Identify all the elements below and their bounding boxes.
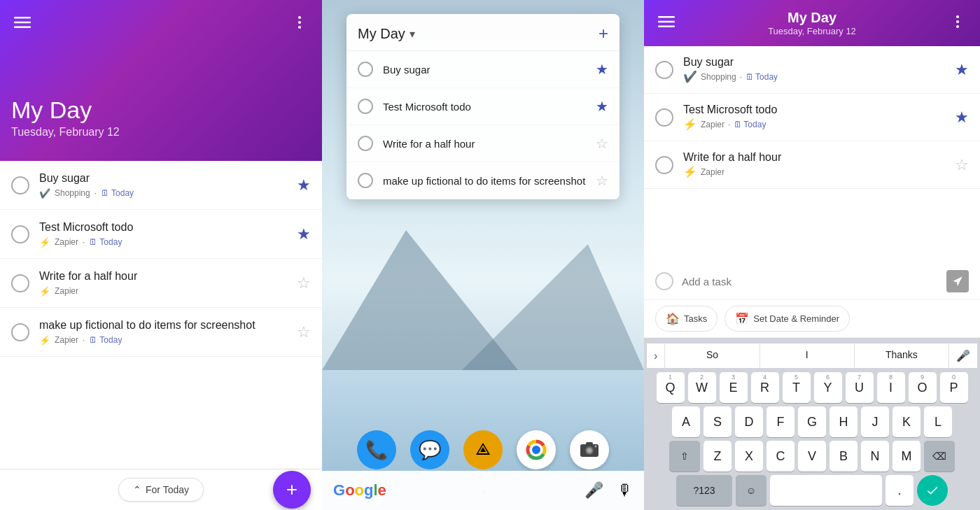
key-g[interactable]: G	[798, 406, 826, 437]
widget-task-name: Buy sugar	[383, 64, 596, 76]
tasks-button[interactable]: 🏠 Tasks	[655, 306, 718, 332]
google-logo-o1: o	[345, 481, 354, 499]
widget-star-button[interactable]: ☆	[596, 135, 608, 152]
key-x[interactable]: X	[735, 441, 763, 472]
key-z[interactable]: Z	[704, 441, 732, 472]
dock-camera-icon[interactable]	[570, 430, 609, 469]
right-hamburger-icon[interactable]	[655, 10, 678, 36]
key-w[interactable]: 2W	[688, 372, 716, 403]
right-panel: My Day Tuesday, February 12 Buy sugar ✔️…	[644, 0, 980, 510]
key-symbols[interactable]: ?123	[676, 475, 732, 506]
task-meta: ✔️ Shopping · 🗓Today	[39, 188, 291, 199]
key-l[interactable]: L	[924, 406, 952, 437]
dock-plex-icon[interactable]	[463, 430, 503, 469]
keyboard-bottom-row: ?123☺.	[647, 475, 977, 506]
key-q[interactable]: 1Q	[657, 372, 685, 403]
hamburger-icon[interactable]	[11, 11, 34, 37]
svg-rect-2	[14, 27, 31, 29]
key-c[interactable]: C	[766, 441, 794, 472]
key-r[interactable]: 4R	[751, 372, 779, 403]
widget-checkbox[interactable]	[358, 99, 373, 114]
set-date-reminder-button[interactable]: 📅 Set Date & Reminder	[724, 306, 850, 332]
key-period[interactable]: .	[886, 475, 913, 506]
key-j[interactable]: J	[861, 406, 889, 437]
right-task-checkbox[interactable]	[655, 108, 673, 127]
suggestion-i[interactable]: I	[760, 343, 855, 368]
right-task-star-button[interactable]: ☆	[955, 156, 969, 174]
add-task-input[interactable]	[682, 276, 938, 288]
more-vert-icon[interactable]	[288, 11, 311, 37]
task-checkbox[interactable]	[11, 274, 29, 292]
task-checkbox[interactable]	[11, 225, 29, 243]
key-space[interactable]	[770, 475, 882, 506]
right-task-item: Write for a half hour ⚡ Zapier ☆	[644, 141, 980, 189]
key-e[interactable]: 3E	[720, 372, 748, 403]
task-checkbox[interactable]	[11, 176, 29, 194]
suggestion-so[interactable]: So	[665, 343, 760, 368]
widget-title: My Day ▾	[358, 26, 415, 42]
right-task-meta: ⚡ Zapier · 🗓Today	[683, 118, 949, 131]
tasks-label: Tasks	[684, 313, 707, 324]
key-emoji[interactable]: ☺	[736, 475, 766, 506]
right-task-star-button[interactable]: ★	[955, 108, 969, 127]
widget-star-button[interactable]: ☆	[596, 172, 608, 189]
widget-checkbox[interactable]	[358, 173, 373, 188]
key-m[interactable]: M	[892, 441, 920, 472]
dock-chrome-icon[interactable]	[517, 430, 556, 469]
keyboard-row-2: ASDFGHJKL	[647, 406, 977, 437]
widget-task-item: Buy sugar ★	[346, 51, 620, 88]
key-y[interactable]: 6Y	[814, 372, 842, 403]
key-a[interactable]: A	[672, 406, 700, 437]
task-star-button[interactable]: ☆	[297, 323, 311, 341]
task-list-name: Zapier	[55, 335, 78, 345]
widget-star-button[interactable]: ★	[596, 61, 608, 78]
widget-dropdown-icon[interactable]: ▾	[410, 27, 415, 41]
google-assistant-icon[interactable]: 🎙	[617, 481, 633, 500]
key-t[interactable]: 5T	[783, 372, 811, 403]
dock-messages-icon[interactable]: 💬	[410, 430, 449, 469]
widget-star-button[interactable]: ★	[596, 98, 608, 115]
key-i[interactable]: 8I	[877, 372, 905, 403]
task-star-button[interactable]: ☆	[297, 274, 311, 292]
key-v[interactable]: V	[798, 441, 826, 472]
right-task-checkbox[interactable]	[655, 156, 673, 174]
key-o[interactable]: 9O	[909, 372, 937, 403]
right-task-star-button[interactable]: ★	[955, 61, 969, 79]
key-backspace[interactable]: ⌫	[924, 441, 955, 472]
right-task-content: Write for a half hour ⚡ Zapier	[683, 151, 949, 178]
key-n[interactable]: N	[861, 441, 889, 472]
key-d[interactable]: D	[735, 406, 763, 437]
suggestion-thanks[interactable]: Thanks	[855, 343, 949, 368]
for-today-button[interactable]: ⌃ For Today	[118, 478, 204, 502]
key-s[interactable]: S	[704, 406, 732, 437]
right-more-vert-icon[interactable]	[946, 10, 969, 36]
key-u[interactable]: 7U	[846, 372, 874, 403]
widget-checkbox[interactable]	[358, 62, 373, 77]
key-h[interactable]: H	[830, 406, 858, 437]
google-mic-icon[interactable]: 🎤	[578, 476, 610, 505]
widget-add-button[interactable]: +	[598, 24, 608, 43]
task-star-button[interactable]: ★	[297, 176, 311, 194]
task-checkbox[interactable]	[11, 323, 29, 341]
add-task-fab[interactable]: +	[273, 471, 311, 509]
task-content: Test Microsoft todo ⚡ Zapier · 🗓Today	[39, 220, 291, 248]
key-k[interactable]: K	[892, 406, 920, 437]
key-shift[interactable]: ⇧	[669, 441, 700, 472]
key-p[interactable]: 0P	[940, 372, 968, 403]
widget-checkbox[interactable]	[358, 136, 373, 151]
right-task-meta: ⚡ Zapier	[683, 165, 949, 178]
dock-phone-icon[interactable]: 📞	[357, 430, 396, 469]
add-task-send-button[interactable]	[946, 270, 969, 292]
keyboard-mic-icon[interactable]: 🎤	[949, 343, 977, 368]
right-task-checkbox[interactable]	[655, 61, 673, 79]
keyboard-send-button[interactable]	[917, 475, 948, 506]
set-date-reminder-label: Set Date & Reminder	[753, 313, 839, 324]
suggestions-expand-icon[interactable]: ›	[647, 343, 665, 368]
key-num: 2	[700, 374, 704, 381]
key-f[interactable]: F	[766, 406, 794, 437]
svg-point-21	[956, 15, 959, 18]
key-b[interactable]: B	[830, 441, 858, 472]
google-search-bar[interactable]: Google 🎤 🎙	[322, 471, 644, 510]
keyboard: › So I Thanks 🎤 1Q2W3E4R5T6Y7U8I9O0P ASD…	[644, 338, 980, 510]
task-star-button[interactable]: ★	[297, 225, 311, 243]
